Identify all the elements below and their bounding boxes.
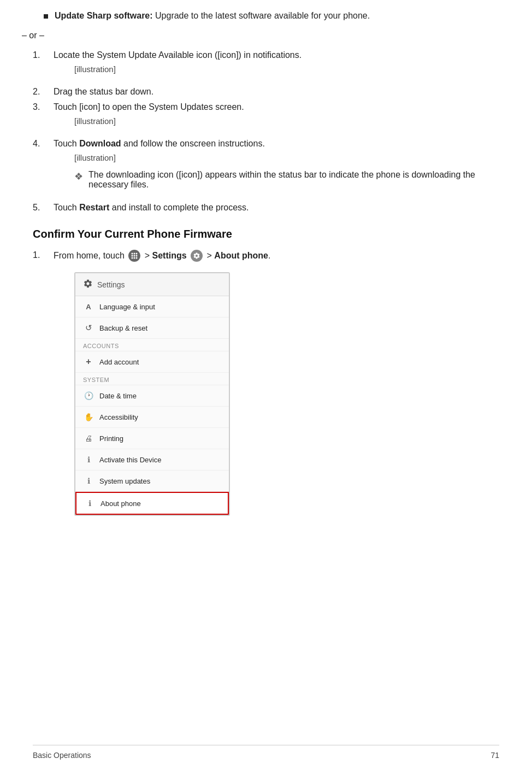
backup-label: Backup & reset <box>99 324 147 332</box>
about-phone-label: About phone <box>101 499 141 508</box>
settings-row-printing: 🖨 Printing <box>75 428 229 449</box>
accessibility-label: Accessibility <box>99 413 138 421</box>
apps-icon <box>128 250 140 262</box>
settings-row-backup: ↺ Backup & reset <box>75 318 229 339</box>
section-heading: Confirm Your Current Phone Firmware <box>33 228 499 240</box>
backup-icon: ↺ <box>83 322 94 333</box>
diamond-icon: ❖ <box>74 171 83 183</box>
svg-point-0 <box>132 253 133 255</box>
step-1-illustration: [illustration] <box>54 64 499 74</box>
step-3-content: Touch [icon] to open the System Updates … <box>54 102 499 133</box>
activate-label: Activate this Device <box>99 456 161 464</box>
about-phone-icon: ℹ <box>84 498 95 509</box>
firmware-step-num: 1. <box>33 250 54 260</box>
settings-row-datetime: 🕐 Date & time <box>75 385 229 407</box>
step-5-text: Touch Restart and install to complete th… <box>54 203 249 212</box>
system-updates-icon: ℹ <box>83 475 94 486</box>
system-updates-label: System updates <box>99 477 150 485</box>
step-3-text: Touch [icon] to open the System Updates … <box>54 102 244 111</box>
svg-point-7 <box>134 257 135 259</box>
settings-row-about-phone: ℹ About phone <box>75 492 229 515</box>
update-bold-label: Update Sharp software: <box>55 11 153 20</box>
step-3: 3. Touch [icon] to open the System Updat… <box>33 102 499 133</box>
numbered-list: 1. Locate the System Update Available ic… <box>33 50 499 213</box>
step-3-num: 3. <box>33 102 54 112</box>
datetime-label: Date & time <box>99 392 137 400</box>
step-4-text: Touch Download and follow the onscreen i… <box>54 139 265 148</box>
add-account-label: Add account <box>99 358 139 366</box>
printing-label: Printing <box>99 434 123 443</box>
svg-point-3 <box>132 255 133 257</box>
language-label: Language & input <box>99 303 155 311</box>
step-5-content: Touch Restart and install to complete th… <box>54 203 499 213</box>
step-2: 2. Drag the status bar down. <box>33 87 499 97</box>
step-2-num: 2. <box>33 87 54 97</box>
accessibility-icon: ✋ <box>83 411 94 422</box>
step-4-content: Touch Download and follow the onscreen i… <box>54 139 499 197</box>
settings-screenshot: Settings A Language & input ↺ Backup & r… <box>74 272 230 516</box>
settings-header: Settings <box>75 273 229 296</box>
step-1: 1. Locate the System Update Available ic… <box>33 50 499 81</box>
settings-row-system-updates: ℹ System updates <box>75 471 229 492</box>
diamond-text: The downloading icon ([icon]) appears wi… <box>88 170 499 190</box>
step-4-diamond: ❖ The downloading icon ([icon]) appears … <box>54 170 499 190</box>
firmware-step-text: From home, touch > Settings <box>54 251 270 260</box>
footer-right: 71 <box>490 751 499 760</box>
gear-svg-icon <box>193 252 200 260</box>
settings-gear-header-icon <box>83 279 93 290</box>
settings-icon <box>191 250 203 262</box>
svg-point-1 <box>134 253 135 255</box>
step-1-num: 1. <box>33 50 54 60</box>
settings-row-language: A Language & input <box>75 296 229 318</box>
bullet-text: Update Sharp software: Upgrade to the la… <box>55 11 370 21</box>
settings-row-add-account: + Add account <box>75 351 229 373</box>
settings-row-activate: ℹ Activate this Device <box>75 449 229 471</box>
activate-icon: ℹ <box>83 454 94 465</box>
step-2-content: Drag the status bar down. <box>54 87 499 97</box>
svg-point-2 <box>136 253 138 255</box>
page-footer: Basic Operations 71 <box>33 745 499 760</box>
step-1-text: Locate the System Update Available icon … <box>54 50 302 60</box>
step-2-text: Drag the status bar down. <box>54 87 153 96</box>
step-4-num: 4. <box>33 139 54 149</box>
language-icon: A <box>83 301 94 312</box>
step-3-illustration: [illustration] <box>54 116 499 126</box>
firmware-step-content: From home, touch > Settings <box>54 250 499 526</box>
svg-point-5 <box>136 255 138 257</box>
system-section-label: SYSTEM <box>75 373 229 385</box>
datetime-icon: 🕐 <box>83 390 94 401</box>
bullet-icon <box>44 14 48 19</box>
about-phone-bold: About phone <box>214 251 268 260</box>
restart-bold: Restart <box>79 203 109 212</box>
settings-header-title: Settings <box>97 280 125 289</box>
add-account-icon: + <box>83 356 94 367</box>
or-separator: – or – <box>22 31 499 40</box>
svg-point-8 <box>136 257 138 259</box>
settings-row-accessibility: ✋ Accessibility <box>75 407 229 428</box>
step-5-num: 5. <box>33 203 54 213</box>
printing-icon: 🖨 <box>83 433 94 444</box>
bullet-update-software: Update Sharp software: Upgrade to the la… <box>33 11 499 21</box>
firmware-step-1: 1. From home, touch > Settings <box>33 250 499 526</box>
accounts-section-label: ACCOUNTS <box>75 339 229 351</box>
update-rest-text: Upgrade to the latest software available… <box>153 11 370 20</box>
step-4-illustration: [illustration] <box>54 153 499 162</box>
download-bold: Download <box>79 139 121 148</box>
step-4: 4. Touch Download and follow the onscree… <box>33 139 499 197</box>
settings-bold: Settings <box>152 251 187 260</box>
svg-point-6 <box>132 257 133 259</box>
apps-svg-icon <box>131 252 138 260</box>
footer-left: Basic Operations <box>33 751 91 760</box>
step-5: 5. Touch Restart and install to complete… <box>33 203 499 213</box>
svg-point-4 <box>134 255 135 257</box>
step-1-content: Locate the System Update Available icon … <box>54 50 499 81</box>
settings-header-gear-svg <box>83 279 93 289</box>
